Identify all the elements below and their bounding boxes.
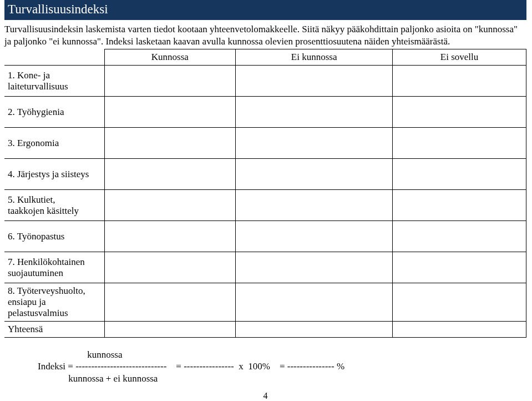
cell bbox=[236, 283, 393, 322]
table-header-row: Kunnossa Ei kunnossa Ei sovellu bbox=[4, 49, 526, 66]
formula-top: kunnossa bbox=[38, 349, 123, 360]
cell bbox=[393, 221, 526, 252]
table-row: 7. Henkilökohtainen suojautuminen bbox=[4, 252, 526, 283]
cell bbox=[393, 322, 526, 338]
cell bbox=[104, 221, 236, 252]
page-title: Turvallisuusindeksi bbox=[4, 0, 526, 20]
col-kunnossa: Kunnossa bbox=[104, 49, 236, 66]
table-row: 4. Järjestys ja siisteys bbox=[4, 159, 526, 190]
cell bbox=[236, 66, 393, 97]
intro-paragraph: Turvallisuusindeksin laskemista varten t… bbox=[4, 23, 526, 48]
row-label: 4. Järjestys ja siisteys bbox=[4, 159, 104, 190]
intro-text: Turvallisuusindeksin laskemista varten t… bbox=[4, 24, 518, 47]
totals-label: Yhteensä bbox=[4, 322, 104, 338]
row-label: 8. Työterveyshuolto, ensiapu ja pelastus… bbox=[4, 283, 104, 322]
cell bbox=[236, 128, 393, 159]
cell bbox=[393, 252, 526, 283]
table-row: 8. Työterveyshuolto, ensiapu ja pelastus… bbox=[4, 283, 526, 322]
cell bbox=[393, 66, 526, 97]
cell bbox=[104, 128, 236, 159]
table-row: 1. Kone- ja laiteturvallisuus bbox=[4, 66, 526, 97]
row-label: 2. Työhygienia bbox=[4, 97, 104, 128]
table-row: 3. Ergonomia bbox=[4, 128, 526, 159]
row-label: 6. Työnopastus bbox=[4, 221, 104, 252]
table-row: 6. Työnopastus bbox=[4, 221, 526, 252]
cell bbox=[236, 97, 393, 128]
title-text: Turvallisuusindeksi bbox=[8, 2, 108, 16]
row-label: 7. Henkilökohtainen suojautuminen bbox=[4, 252, 104, 283]
row-label: 1. Kone- ja laiteturvallisuus bbox=[4, 66, 104, 97]
totals-row: Yhteensä bbox=[4, 322, 526, 338]
cell bbox=[236, 322, 393, 338]
cell bbox=[104, 322, 236, 338]
cell bbox=[393, 97, 526, 128]
cell bbox=[104, 190, 236, 221]
cell bbox=[104, 252, 236, 283]
col-ei-sovellu: Ei sovellu bbox=[393, 49, 526, 66]
cell bbox=[236, 190, 393, 221]
cell bbox=[393, 128, 526, 159]
formula-mid: Indeksi = ----------------------------- … bbox=[38, 361, 344, 372]
row-label: 5. Kulkutiet, taakkojen käsittely bbox=[4, 190, 104, 221]
cell bbox=[236, 159, 393, 190]
cell bbox=[236, 252, 393, 283]
row-label: 3. Ergonomia bbox=[4, 128, 104, 159]
page-number: 4 bbox=[4, 391, 526, 401]
cell bbox=[104, 159, 236, 190]
header-blank bbox=[4, 49, 104, 66]
cell bbox=[393, 190, 526, 221]
cell bbox=[393, 159, 526, 190]
cell bbox=[236, 221, 393, 252]
index-table: Kunnossa Ei kunnossa Ei sovellu 1. Kone-… bbox=[4, 49, 526, 338]
formula-bottom: kunnossa + ei kunnossa bbox=[38, 373, 158, 384]
col-ei-kunnossa: Ei kunnossa bbox=[236, 49, 393, 66]
table-row: 5. Kulkutiet, taakkojen käsittely bbox=[4, 190, 526, 221]
cell bbox=[104, 97, 236, 128]
cell bbox=[393, 283, 526, 322]
cell bbox=[104, 66, 236, 97]
index-formula: kunnossa Indeksi = ---------------------… bbox=[38, 349, 526, 384]
table-row: 2. Työhygienia bbox=[4, 97, 526, 128]
cell bbox=[104, 283, 236, 322]
